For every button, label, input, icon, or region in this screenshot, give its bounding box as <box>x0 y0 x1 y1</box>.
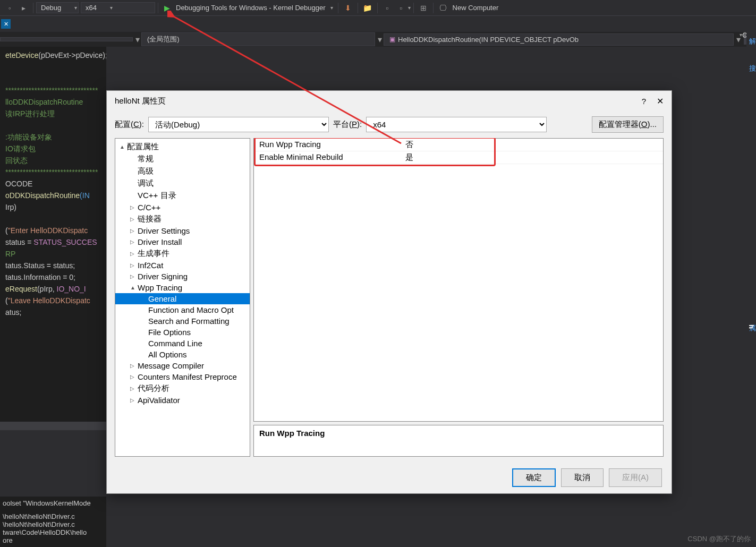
tree-item[interactable]: ▷Counters Manifest Preproce <box>115 371 250 382</box>
tree-item[interactable]: ▷Inf2Cat <box>115 260 250 271</box>
cancel-button[interactable]: 取消 <box>561 468 604 487</box>
tree-item[interactable]: Function and Macro Opt <box>115 304 250 315</box>
apply-button[interactable]: 应用(A) <box>609 468 662 487</box>
config-manager-button[interactable]: 配置管理器(O)... <box>592 116 664 133</box>
secondary-bar: ✕ ⚙ ▾ <box>0 16 756 32</box>
property-dialog: helloNt 属性页 ? ✕ 配置(C): 活动(Debug) 平台(P): … <box>106 90 672 494</box>
tree-panel[interactable]: ▲配置属性常规高级调试VC++ 目录▷C/C++▷链接器▷Driver Sett… <box>115 138 250 457</box>
icon-2[interactable]: ▫ <box>396 3 406 13</box>
tree-item[interactable]: ▷代码分析 <box>115 382 250 395</box>
tree-item[interactable]: All Options <box>115 349 250 360</box>
computer-name: New Computer <box>450 4 502 12</box>
debug-target[interactable]: Debugging Tools for Windows - Kernel Deb… <box>173 4 328 12</box>
code-editor[interactable]: eteDevice(pDevExt->pDevice); ***********… <box>0 47 106 429</box>
config-select[interactable]: 活动(Debug) <box>148 117 329 132</box>
nav-back-icon[interactable]: ◦ <box>4 3 15 13</box>
tree-item[interactable]: ▲Wpp Tracing <box>115 282 250 293</box>
dialog-config-row: 配置(C): 活动(Debug) 平台(P): x64 配置管理器(O)... <box>107 111 672 138</box>
tab-close-button[interactable]: ✕ <box>1 19 11 29</box>
tree-item[interactable]: 常规 <box>115 153 250 165</box>
platform-label: 平台(P): <box>333 119 362 130</box>
flame-icon[interactable]: ⬇ <box>343 3 353 13</box>
right-tab-1[interactable]: 解 <box>746 30 756 35</box>
tree-item[interactable]: 调试 <box>115 177 250 190</box>
property-description: Run Wpp Tracing <box>253 425 664 457</box>
tree-item[interactable]: ▷生成事件 <box>115 247 250 260</box>
property-grid[interactable]: Run Wpp Tracing 否 Enable Minimal Rebuild… <box>253 138 664 422</box>
tree-item[interactable]: ▲配置属性 <box>115 141 250 153</box>
tree-item[interactable]: ▷Driver Signing <box>115 271 250 282</box>
config-dropdown[interactable]: Debug <box>36 2 79 13</box>
watermark: CSDN @跑不了的你 <box>687 534 751 544</box>
monitor-icon[interactable]: 🖵 <box>438 3 448 13</box>
breadcrumb-row: ▾ (全局范围) ▾ ▣HelloDDKDispatchRoutine(IN P… <box>0 32 756 47</box>
breadcrumb-scope[interactable]: (全局范围) <box>141 32 375 46</box>
right-panel: 解 搜 属 h <box>746 30 756 455</box>
dialog-titlebar: helloNt 属性页 ? ✕ <box>107 91 672 111</box>
tree-item[interactable]: File Options <box>115 327 250 338</box>
folder-icon[interactable]: 📁 <box>362 3 373 13</box>
dialog-title: helloNt 属性页 <box>115 96 642 106</box>
icon-1[interactable]: ▫ <box>382 3 393 13</box>
tree-item[interactable]: ▷C/C++ <box>115 202 250 213</box>
annotation-highlight <box>254 138 496 166</box>
breadcrumb-file[interactable] <box>0 37 133 41</box>
tree-item[interactable]: ▷Message Compiler <box>115 360 250 371</box>
tree-item[interactable]: Search and Formatting <box>115 315 250 327</box>
top-toolbar: ◦ ▸ Debug x64 ▶ Debugging Tools for Wind… <box>0 0 756 16</box>
right-tab-2[interactable]: 搜 <box>746 56 756 62</box>
help-button[interactable]: ? <box>642 97 646 106</box>
right-tab-3[interactable]: 属 <box>746 317 756 322</box>
config-label: 配置(C): <box>115 119 144 130</box>
play-icon[interactable]: ▶ <box>164 4 170 12</box>
tree-item[interactable]: General <box>115 293 250 304</box>
ok-button[interactable]: 确定 <box>512 468 556 487</box>
icon-3[interactable]: ⊞ <box>418 3 429 13</box>
right-tab-4[interactable]: h <box>746 322 756 331</box>
cube-icon: ▣ <box>389 36 395 43</box>
tree-item[interactable]: ▷链接器 <box>115 213 250 225</box>
tree-item[interactable]: ▷Driver Settings <box>115 225 250 236</box>
tree-item[interactable]: Command Line <box>115 338 250 349</box>
close-button[interactable]: ✕ <box>657 96 664 106</box>
dialog-footer: 确定 取消 应用(A) <box>107 462 672 493</box>
platform-select[interactable]: x64 <box>366 117 547 132</box>
breadcrumb-function[interactable]: ▣HelloDDKDispatchRoutine(IN PDEVICE_OBJE… <box>384 33 734 46</box>
output-panel: oolset "WindowsKernelMode \helloNt\hello… <box>0 497 106 547</box>
tree-item[interactable]: ▷ApiValidator <box>115 395 250 406</box>
tree-item[interactable]: 高级 <box>115 165 250 177</box>
horizontal-scrollbar[interactable] <box>0 422 106 430</box>
nav-fwd-icon[interactable]: ▸ <box>18 3 29 13</box>
tree-item[interactable]: VC++ 目录 <box>115 190 250 202</box>
platform-dropdown[interactable]: x64 <box>81 2 155 13</box>
tree-item[interactable]: ▷Driver Install <box>115 236 250 247</box>
